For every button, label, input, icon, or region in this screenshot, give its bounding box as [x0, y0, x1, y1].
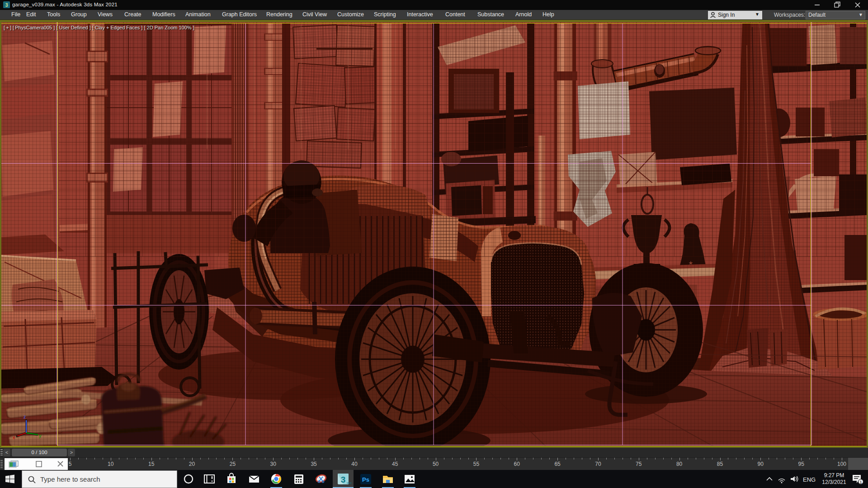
svg-text:MAX: MAX [347, 482, 352, 484]
svg-text:3: 3 [341, 475, 346, 484]
svg-text:Ps: Ps [362, 476, 369, 483]
svg-text:1: 1 [859, 480, 862, 484]
